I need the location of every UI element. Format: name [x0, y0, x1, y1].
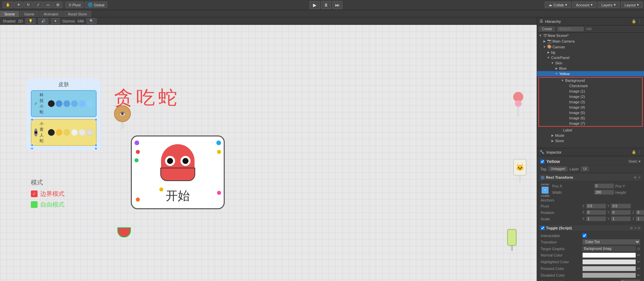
pivot-y-input[interactable] — [611, 204, 631, 209]
hier-image-3[interactable]: Image (3) — [539, 99, 642, 105]
hier-image-4[interactable]: Image (4) — [539, 105, 642, 110]
scene-canvas[interactable]: 皮肤 ✓ 科技小蛇 — [0, 25, 537, 281]
scene-light-btn[interactable]: 💡 — [25, 18, 36, 24]
circle-black — [48, 100, 55, 107]
shaded-dropdown[interactable]: Shaded — [3, 19, 15, 23]
pivot-y-label: Y — [607, 204, 610, 208]
2d-button[interactable]: 2D — [18, 19, 23, 23]
tab-game[interactable]: Game — [20, 11, 39, 17]
disabled-color-swatch[interactable] — [582, 273, 636, 278]
scale-z-input[interactable] — [636, 216, 644, 221]
hier-image-7[interactable]: Image (7) — [539, 121, 642, 126]
hierarchy-create-btn[interactable]: Create — [539, 26, 555, 32]
hier-store[interactable]: ▶ Store — [537, 138, 644, 144]
tab-asset-store[interactable]: Asset Store — [63, 11, 91, 17]
inspector-lock-btn[interactable]: 🔒 — [632, 150, 636, 154]
hierarchy-header: ☰ Hierarchy 🔒 ⋮ — [537, 17, 644, 25]
hierarchy-search[interactable] — [557, 26, 584, 32]
hier-checkmark[interactable]: Checkmark — [539, 83, 642, 89]
move-tool[interactable]: ✛ — [14, 2, 23, 8]
all-filter[interactable]: #All — [77, 19, 84, 23]
normal-color-edit-btn[interactable]: ✏ — [637, 253, 640, 258]
color-mult-input[interactable] — [620, 279, 640, 281]
transform-tool[interactable]: ⊞ — [53, 2, 62, 8]
tag-value[interactable]: Untagged — [548, 166, 568, 171]
highlighted-color-edit-btn[interactable]: ✏ — [637, 260, 640, 264]
hier-main-camera[interactable]: ▶ 📷 Main Camera — [537, 38, 644, 44]
toggle-enable-checkbox[interactable] — [541, 226, 545, 230]
hier-bg[interactable]: ▶ bg — [537, 50, 644, 55]
scene-search-btn[interactable]: 🔍 — [87, 18, 97, 24]
scale-tool[interactable]: ⤢ — [34, 2, 43, 8]
highlighted-color-swatch[interactable] — [582, 259, 636, 265]
rot-x-input[interactable] — [586, 210, 606, 215]
hierarchy-lock-btn[interactable]: 🔒 — [632, 19, 636, 23]
pressed-color-edit-btn[interactable]: ✏ — [637, 266, 640, 271]
rect-transform-header[interactable]: ⊞ Rect Transform ⚙ ↗ — [539, 174, 642, 181]
hier-image-2[interactable]: Image (2) — [539, 94, 642, 99]
hier-skin[interactable]: ▼ Skin — [537, 60, 644, 66]
toggle-script-header[interactable]: Toggle (Script) ⚙ ↗ ✕ — [539, 225, 642, 231]
handle-tc — [31, 118, 34, 121]
hier-yellow[interactable]: ▼ Yellow — [537, 71, 644, 76]
hier-blue[interactable]: ▶ Blue — [537, 66, 644, 71]
transition-select[interactable]: Color Tint — [582, 239, 640, 245]
right-panel: ☰ Hierarchy 🔒 ⋮ Create #All ▼ 🎬 New Scen… — [537, 17, 644, 281]
hierarchy-scene-root[interactable]: ▼ 🎬 New Scene* — [537, 33, 644, 38]
hier-image-6[interactable]: Image (6) — [539, 115, 642, 121]
tab-animator[interactable]: Animator — [39, 11, 63, 17]
hier-canvas[interactable]: ▼ 🎨 Canvas — [537, 44, 644, 50]
width-input[interactable] — [594, 190, 614, 195]
rot-y-input[interactable] — [611, 210, 631, 215]
normal-color-row: Normal Color ✏ — [541, 252, 640, 259]
target-graphic-edit-btn[interactable]: ⊙ — [637, 246, 640, 251]
layer-value[interactable]: UI — [581, 166, 589, 171]
scene-audio-btn[interactable]: 🔊 — [38, 18, 48, 24]
hier-image-1[interactable]: Image (1) — [539, 89, 642, 94]
rot-z-input[interactable] — [636, 210, 644, 215]
disabled-color-edit-btn[interactable]: ✏ — [637, 273, 640, 278]
pivot-x-input[interactable] — [586, 204, 606, 209]
pivot-button[interactable]: ⊙ Pivot — [65, 2, 84, 8]
skin-option-2[interactable]: 小黄人蛇 — [31, 119, 97, 146]
hier-background[interactable]: ▼ Background — [539, 78, 642, 83]
scale-x-input[interactable] — [586, 216, 606, 221]
start-button-container[interactable]: 开始 — [131, 135, 225, 209]
tab-scene[interactable]: Scene — [0, 11, 19, 17]
gizmos-dropdown[interactable]: Gizmos — [62, 19, 75, 23]
pause-button[interactable]: ⏸ — [321, 1, 331, 9]
layout-button[interactable]: Layout ▾ — [621, 2, 643, 8]
hierarchy-list[interactable]: ▼ 🎬 New Scene* ▶ 📷 Main Camera ▼ 🎨 Canva… — [537, 33, 644, 148]
handle-br — [95, 144, 97, 147]
height-label: Height — [615, 190, 644, 194]
rotate-tool[interactable]: ↻ — [24, 2, 33, 8]
global-button[interactable]: 🌐 Global — [85, 2, 107, 8]
collab-button[interactable]: ☁ Collab ▾ — [545, 2, 571, 8]
target-graphic-value[interactable]: Background (Imag — [582, 246, 636, 251]
rect-tool[interactable]: ▭ — [43, 2, 53, 8]
transition-row: Transition Color Tint — [541, 238, 640, 245]
inspector-menu-btn[interactable]: ⋮ — [638, 150, 641, 154]
mode-item-2[interactable]: 自由模式 — [31, 201, 90, 209]
anchor-icon[interactable]: + — [542, 187, 548, 193]
hand-tool[interactable]: ✋ — [3, 2, 13, 8]
hier-contrpanel[interactable]: ▼ ContrPanel — [537, 55, 644, 60]
step-button[interactable]: ⏭ — [332, 1, 342, 9]
layers-button[interactable]: Layers ▾ — [598, 2, 620, 8]
scene-fx-btn[interactable]: ✦ — [51, 18, 60, 24]
interactable-checkbox[interactable] — [582, 233, 587, 238]
hier-label[interactable]: Label — [537, 127, 644, 133]
scale-y-input[interactable] — [611, 216, 631, 221]
pressed-color-swatch[interactable] — [582, 266, 636, 271]
account-button[interactable]: Account ▾ — [572, 2, 596, 8]
play-button[interactable]: ▶ — [310, 1, 320, 9]
normal-color-swatch[interactable] — [582, 252, 636, 258]
hierarchy-menu-btn[interactable]: ⋮ — [638, 19, 641, 23]
skin-option-1[interactable]: ✓ 科技小蛇 — [31, 90, 97, 117]
object-active-checkbox[interactable] — [540, 160, 544, 164]
mode-item-1[interactable]: ✓ 边界模式 — [31, 190, 90, 198]
scene-view[interactable]: Shaded 2D 💡 🔊 ✦ Gizmos #All 🔍 皮肤 ✓ 科技小蛇 — [0, 17, 537, 281]
hier-image-5[interactable]: Image (5) — [539, 110, 642, 115]
posx-input[interactable] — [594, 183, 614, 188]
hier-mode[interactable]: ▶ Mode — [537, 133, 644, 138]
